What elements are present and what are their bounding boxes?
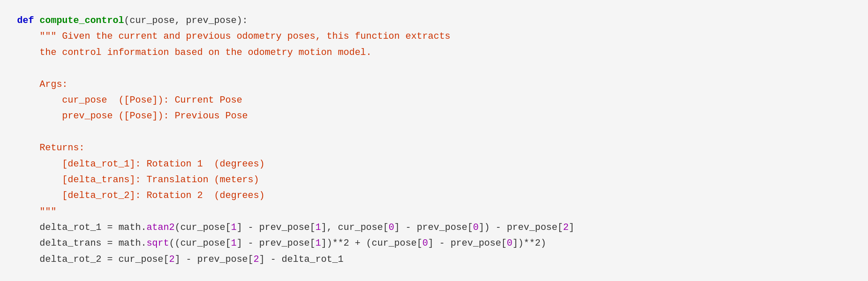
code-line-16: delta_rot_2 = cur_pose[2] - prev_pose[2]…: [17, 252, 851, 267]
code-line-10: [delta_rot_1]: Rotation 1 (degrees): [17, 156, 851, 172]
docstring-previous-word: Previous: [175, 111, 220, 121]
method-sqrt: sqrt: [147, 238, 169, 249]
code-line-1: def compute_control(cur_pose, prev_pose)…: [17, 13, 851, 29]
code-line-2: """ Given the current and previous odome…: [17, 29, 851, 44]
docstring-returns-label: Returns:: [17, 143, 84, 153]
math-obj-atan2: math: [119, 222, 141, 233]
docstring-return-rot1: [delta_rot_1]: Rotation 1 (degrees): [17, 159, 265, 169]
code-line-15: delta_trans = math.sqrt((cur_pose[1] - p…: [17, 235, 851, 251]
code-line-11: [delta_trans]: Translation (meters): [17, 172, 851, 188]
code-block: def compute_control(cur_pose, prev_pose)…: [0, 0, 868, 281]
var-delta-rot-2: delta_rot_2: [40, 254, 101, 265]
var-delta-trans: delta_trans: [40, 238, 101, 249]
code-line-9: Returns:: [17, 140, 851, 156]
param-cur-pose: cur_pose: [130, 15, 175, 26]
code-line-12: [delta_rot_2]: Rotation 2 (degrees): [17, 188, 851, 204]
docstring-arg-cur: cur_pose ([Pose]): Current Pose: [17, 95, 242, 106]
param-prev-pose: prev_pose: [186, 15, 237, 26]
var-delta-rot-1: delta_rot_1: [40, 222, 101, 233]
docstring-return-rot2: [delta_rot_2]: Rotation 2 (degrees): [17, 190, 265, 201]
code-line-3: the control information based on the odo…: [17, 45, 851, 60]
code-line-14: delta_rot_1 = math.atan2(cur_pose[1] - p…: [17, 220, 851, 235]
keyword-def: def: [17, 15, 34, 26]
docstring-open: """ Given the current and previous odome…: [17, 31, 451, 42]
method-atan2: atan2: [147, 222, 175, 233]
docstring-body-1: the control information based on the odo…: [17, 47, 372, 58]
docstring-arg-prev: prev_pose ([Pose]):: [17, 111, 175, 121]
code-line-8: [17, 124, 851, 140]
code-line-13: """: [17, 204, 851, 220]
docstring-args-label: Args:: [17, 79, 68, 90]
docstring-return-trans: [delta_trans]: Translation (meters): [17, 175, 259, 185]
code-line-6: cur_pose ([Pose]): Current Pose: [17, 92, 851, 108]
code-line-4: [17, 60, 851, 76]
code-line-5: Args:: [17, 77, 851, 92]
code-line-7: prev_pose ([Pose]): Previous Pose: [17, 108, 851, 124]
docstring-pose-word: Pose: [220, 111, 248, 121]
code-line-17: [17, 267, 851, 281]
function-name: compute_control: [40, 15, 124, 26]
docstring-close: """: [17, 206, 56, 217]
math-obj-sqrt: math: [119, 238, 141, 249]
